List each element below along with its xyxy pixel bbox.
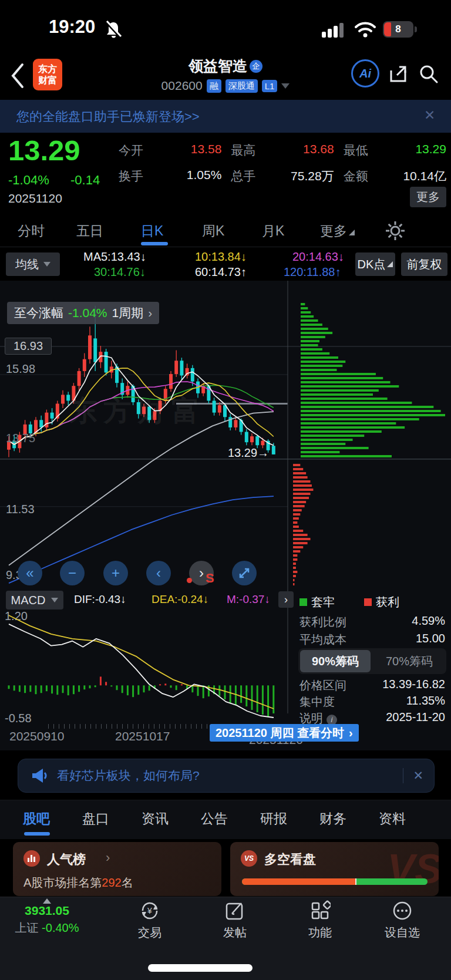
trade-icon: ¥ (139, 900, 160, 921)
view-intraday-tag[interactable]: 20251120 周四 查看分时 › (210, 724, 359, 742)
segment-70-chips[interactable]: 70%筹码 (374, 650, 445, 672)
index-name: 上证 (15, 921, 39, 934)
tab-caiwu[interactable]: 财务 (319, 810, 346, 828)
share-icon[interactable] (388, 63, 409, 85)
index-change-row: 上证 -0.40% (12, 920, 82, 936)
home-indicator[interactable] (148, 964, 253, 972)
indicator-selector[interactable]: MACD (6, 591, 63, 609)
pan-left-button[interactable]: ‹ (146, 561, 171, 585)
chevron-down-icon[interactable] (281, 83, 290, 89)
nav-features[interactable]: 功能 (285, 900, 355, 941)
tooltip-percent: -1.04% (68, 306, 107, 320)
y-label-16-93: 16.93 (5, 338, 52, 355)
szconnect-badge[interactable]: 深股通 (226, 79, 258, 93)
nav-index[interactable]: 3931.05 上证 -0.40% (12, 898, 82, 936)
stat-value: 11.35% (406, 694, 445, 710)
period-tab-bar: 分时 五日 日K 周K 月K 更多 (0, 215, 451, 247)
back-icon[interactable] (9, 62, 26, 89)
enterprise-badge[interactable]: 企 (250, 60, 262, 73)
l1-badge[interactable]: L1 (262, 80, 278, 92)
stock-code-row: 002600 融 深股通 L1 (126, 79, 325, 93)
zoom-in-button[interactable]: + (103, 561, 128, 585)
tab-wuri[interactable]: 五日 (76, 222, 103, 240)
dk-point-button[interactable]: DK点 (355, 252, 395, 276)
gear-icon[interactable] (385, 221, 405, 241)
arrow-icon: ↓ (120, 593, 126, 605)
more-button[interactable]: 更多 (410, 187, 446, 207)
promo-close-icon[interactable]: ✕ (413, 769, 423, 783)
macd-text: M:-0.37 (227, 593, 264, 605)
promo-banner[interactable]: 看好芯片板块，如何布局? ✕ (18, 759, 435, 793)
field-label: 今开 (119, 142, 143, 159)
x-date-1: 20250910 (9, 729, 64, 743)
notice-bar[interactable]: 您的全能盘口助手已焕新登场>> ✕ (0, 100, 451, 133)
ai-assistant-button[interactable]: Ai (351, 59, 379, 87)
legend-trapped: 套牢 (299, 594, 335, 610)
macd-chart[interactable] (0, 609, 289, 725)
forward-adjusted-button[interactable]: 前复权 (401, 252, 447, 276)
segment-90-chips[interactable]: 90%筹码 (300, 650, 371, 672)
tab-guba[interactable]: 股吧 (23, 810, 50, 828)
chip-range-segmented-control: 90%筹码 70%筹码 (298, 648, 446, 674)
tab-zixun[interactable]: 资讯 (142, 810, 169, 828)
dea-value: DEA:-0.24↓ (152, 593, 208, 606)
nav-post[interactable]: 发帖 (200, 900, 270, 941)
bull-bear-card[interactable]: VS VS 多空看盘 (230, 842, 439, 896)
change-tooltip[interactable]: 至今涨幅 -1.04% 1周期 › (7, 302, 159, 324)
legend-label: 套牢 (311, 595, 335, 608)
rank-prefix: A股市场排名第 (23, 876, 102, 889)
chip-legend: 套牢 获利 (299, 594, 445, 610)
megaphone-icon (31, 767, 49, 784)
tab-weekly-k[interactable]: 周K (202, 222, 224, 240)
tab-pankou[interactable]: 盘口 (82, 810, 109, 828)
ai-label: Ai (359, 67, 371, 80)
stock-code: 002600 (161, 79, 203, 93)
tab-daily-k[interactable]: 日K (141, 222, 163, 240)
zoom-out-button[interactable]: − (60, 561, 85, 585)
x-date-2: 20251017 (115, 729, 170, 743)
ma-text: 60:14.73 (195, 265, 241, 278)
tab-fenshi[interactable]: 分时 (18, 222, 45, 240)
next-indicator-button[interactable]: › (278, 591, 294, 608)
nav-watchlist[interactable]: 设自选 (367, 900, 437, 941)
arrow-icon: ↓ (241, 250, 247, 263)
nav-features-label: 功能 (285, 925, 355, 941)
rewind-button[interactable]: « (18, 561, 42, 585)
arrow-icon: ↓ (338, 250, 344, 263)
ma-text: 30:14.76 (94, 265, 140, 278)
search-icon[interactable] (418, 63, 439, 85)
macd-text: DIF:-0.43 (74, 593, 120, 605)
nav-trade-label: 交易 (115, 925, 185, 941)
bull-bear-bar (242, 878, 428, 885)
profit-ratio-row: 获利比例 4.59% (299, 614, 445, 630)
quote-row-2: 换手 1.05% 总手 75.28万 金额 10.14亿 (109, 168, 446, 184)
dif-value: DIF:-0.43↓ (74, 593, 126, 606)
fullscreen-button[interactable] (232, 561, 257, 585)
tab-gonggao[interactable]: 公告 (201, 810, 228, 828)
tab-ziliao[interactable]: 资料 (379, 810, 406, 828)
notice-close-icon[interactable]: ✕ (424, 107, 435, 123)
margin-badge[interactable]: 融 (207, 79, 221, 93)
tab-monthly-k[interactable]: 月K (262, 222, 284, 240)
tab-yanbao[interactable]: 研报 (260, 810, 287, 828)
battery-level: 8 (383, 21, 413, 38)
compose-icon (224, 900, 245, 921)
quote-field: 金额 10.14亿 (344, 168, 446, 184)
tooltip-period: 1周期 (112, 305, 144, 321)
bull-portion (242, 878, 356, 885)
arrow-icon: ↓ (140, 265, 146, 278)
rank-number: 292 (102, 876, 121, 889)
notice-text[interactable]: 您的全能盘口助手已焕新登场>> (16, 108, 200, 126)
section-tab-bar: 股吧 盘口 资讯 公告 研报 财务 资料 (0, 800, 451, 839)
ma-selector[interactable]: 均线 (6, 252, 60, 276)
promo-text[interactable]: 看好芯片板块，如何布局? (57, 767, 403, 784)
field-value: 75.28万 (291, 168, 334, 184)
app-logo[interactable]: 东方 财富 (33, 59, 62, 90)
change-percent: -1.04% (8, 173, 49, 188)
tab-more[interactable]: 更多 (320, 222, 355, 240)
popularity-rank-card[interactable]: 人气榜 › A股市场排名第292名 (13, 842, 221, 896)
chevron-right-icon: › (349, 726, 353, 740)
field-value: 13.58 (191, 142, 222, 159)
nav-post-label: 发帖 (200, 925, 270, 941)
nav-trade[interactable]: ¥ 交易 (115, 900, 185, 941)
